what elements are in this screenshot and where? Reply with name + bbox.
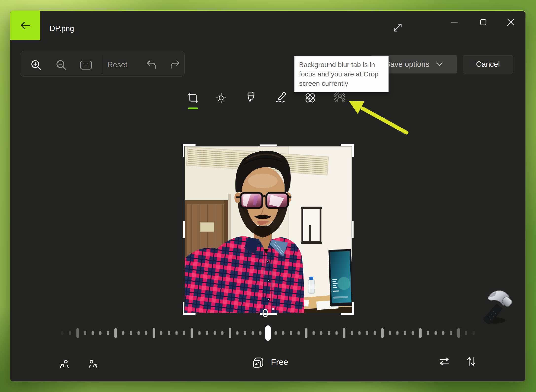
- narrator-tooltip: Background blur tab is in focus and you …: [294, 56, 389, 92]
- ruler-tick: [450, 331, 452, 335]
- flip-horizontal-button[interactable]: [436, 353, 452, 369]
- ruler-tick: [198, 331, 200, 335]
- zoom-out-button[interactable]: [53, 56, 70, 74]
- window-title: DP.png: [50, 24, 74, 33]
- ruler-tick: [442, 331, 444, 335]
- ruler-tick: [282, 331, 284, 335]
- selected-tab-underline: [188, 107, 198, 109]
- undo-icon: [145, 58, 158, 71]
- ruler-tick: [343, 328, 345, 338]
- ruler-tick: [374, 331, 376, 335]
- ruler-tick: [92, 331, 94, 335]
- undo-button[interactable]: [143, 56, 160, 73]
- tab-retouch[interactable]: [304, 91, 317, 104]
- fullscreen-button[interactable]: [390, 20, 406, 36]
- back-button[interactable]: [10, 11, 40, 40]
- ruler-tick: [122, 331, 124, 335]
- rotate-ccw-icon: [59, 355, 72, 368]
- ruler-tick: [290, 331, 292, 335]
- ruler-tick: [427, 331, 429, 335]
- expand-icon: [392, 22, 403, 33]
- ruler-tick: [366, 331, 368, 335]
- ruler-tick: [305, 328, 307, 338]
- rotation-slider-thumb[interactable]: [265, 325, 271, 341]
- ruler-tick: [99, 331, 102, 335]
- tab-filter[interactable]: [244, 91, 257, 104]
- ruler-tick: [176, 331, 178, 335]
- flip-vertical-icon: [465, 355, 478, 368]
- ruler-tick: [274, 331, 277, 335]
- ruler-tick: [191, 328, 193, 338]
- aspect-ratio-label: Free: [271, 357, 288, 367]
- ruler-tick: [114, 328, 117, 338]
- ruler-tick: [229, 328, 231, 338]
- cancel-button[interactable]: Cancel: [463, 55, 513, 73]
- close-icon: [505, 17, 517, 28]
- zoom-in-icon: [30, 58, 43, 72]
- crop-handle-right[interactable]: [352, 221, 354, 238]
- ruler-tick: [61, 331, 63, 335]
- ruler-tick: [84, 331, 86, 335]
- crop-handle-top[interactable]: [260, 144, 277, 146]
- ruler-tick: [389, 331, 391, 335]
- reset-button[interactable]: Reset: [107, 60, 127, 69]
- close-button[interactable]: [503, 14, 519, 30]
- ruler-tick: [206, 331, 208, 335]
- crop-canvas[interactable]: 0°: [185, 146, 352, 313]
- photos-editor-window: DP.png 1:1: [10, 10, 526, 382]
- ruler-tick: [183, 331, 185, 335]
- ruler-tick: [137, 331, 140, 335]
- ruler-tick: [130, 331, 132, 335]
- ruler-tick: [313, 331, 315, 335]
- brightness-icon: [215, 92, 227, 104]
- aspect-ratio-control[interactable]: Free: [252, 354, 288, 370]
- minimize-icon: [448, 17, 460, 28]
- ruler-tick: [396, 331, 399, 335]
- zoom-toolbar: 1:1 Reset: [20, 51, 185, 77]
- tab-adjustment[interactable]: [215, 91, 228, 104]
- redo-button[interactable]: [166, 56, 184, 73]
- crop-handle-top-right[interactable]: [341, 144, 354, 157]
- maximize-button[interactable]: [475, 14, 491, 30]
- rotate-left-button[interactable]: [58, 354, 74, 370]
- ruler-tick: [214, 331, 216, 335]
- photo-selfie: [185, 146, 352, 313]
- minimize-button[interactable]: [446, 14, 462, 30]
- rotate-right-button[interactable]: [84, 354, 99, 370]
- ruler-tick: [153, 328, 155, 338]
- ruler-tick: [328, 331, 330, 335]
- ruler-tick: [381, 328, 384, 338]
- ruler-tick: [358, 331, 360, 335]
- tab-background-blur[interactable]: [333, 91, 346, 104]
- ruler-tick: [434, 331, 437, 335]
- crop-handle-left[interactable]: [183, 221, 185, 238]
- ruler-tick: [168, 331, 170, 335]
- ruler-tick: [404, 331, 406, 335]
- aspect-ratio-icon: [252, 355, 265, 369]
- ruler-tick: [465, 331, 467, 335]
- crop-handle-top-left[interactable]: [183, 144, 196, 157]
- pen-icon: [274, 92, 286, 104]
- bandage-icon: [304, 92, 316, 104]
- tab-markup[interactable]: [274, 91, 287, 104]
- ruler-tick: [457, 328, 460, 338]
- ruler-tick: [69, 331, 71, 335]
- ruler-tick: [252, 331, 254, 335]
- maximize-icon: [478, 17, 489, 28]
- background-blur-icon: [334, 92, 346, 104]
- ruler-tick: [297, 331, 300, 335]
- flip-vertical-button[interactable]: [463, 354, 479, 369]
- ruler-tick: [76, 328, 79, 338]
- degree-symbol: °: [272, 307, 274, 314]
- paintbrush-icon: [245, 92, 257, 104]
- tab-crop[interactable]: [187, 91, 199, 104]
- back-arrow-icon: [19, 19, 32, 32]
- ruler-tick: [107, 331, 109, 335]
- rotation-ruler[interactable]: [10, 324, 526, 342]
- ruler-tick: [244, 331, 246, 335]
- zoom-in-button[interactable]: [28, 56, 45, 74]
- rotation-angle-readout: 0°: [185, 306, 352, 320]
- ruler-tick: [473, 331, 475, 335]
- hammer-cursor: [480, 288, 516, 325]
- actual-size-button[interactable]: 1:1: [77, 56, 95, 74]
